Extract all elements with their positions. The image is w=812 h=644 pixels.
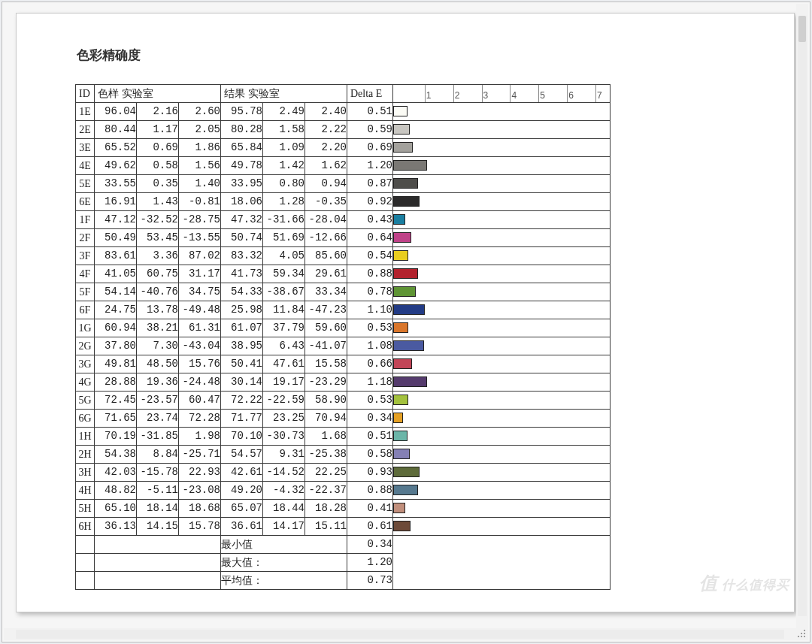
delta-e-bar: [393, 322, 408, 333]
cell-sample-1: 2.16: [137, 103, 179, 121]
cell-sample-2: 1.56: [179, 157, 221, 175]
delta-e-bar: [393, 178, 418, 189]
cell-result-0: 50.74: [221, 229, 263, 247]
cell-sample-1: 19.36: [137, 373, 179, 392]
cell-deltaE: 0.92: [347, 193, 393, 211]
resize-grip-icon: [796, 628, 805, 637]
table-row: 1H 70.19 -31.85 1.98 70.10 -30.73 1.680.…: [76, 428, 611, 446]
cell-sample-0: 24.75: [95, 301, 137, 319]
cell-sample-2: 2.05: [179, 121, 221, 139]
cell-sample-0: 42.03: [95, 464, 137, 482]
cell-sample-1: 23.74: [137, 410, 179, 428]
cell-sample-2: 18.68: [179, 500, 221, 518]
cell-result-0: 83.32: [221, 247, 263, 265]
bar-cell: [393, 446, 611, 464]
delta-e-bar: [393, 449, 410, 459]
empty-cell: [76, 554, 95, 572]
cell-id: 6E: [76, 193, 95, 211]
bar-cell: [393, 373, 611, 392]
table-row: 6G 71.65 23.74 72.28 71.77 23.25 70.940.…: [76, 410, 611, 428]
empty-cell: [76, 572, 95, 590]
cell-sample-2: 31.17: [179, 265, 221, 283]
cell-sample-0: 83.61: [95, 247, 137, 265]
cell-deltaE: 0.34: [347, 410, 393, 428]
table-row: 1F 47.12 -32.52 -28.75 47.32 -31.66 -28.…: [76, 211, 611, 229]
cell-deltaE: 0.88: [347, 265, 393, 283]
cell-sample-1: 7.30: [137, 337, 179, 355]
scrollbar-horizontal[interactable]: [4, 628, 796, 640]
hdr-chart-axis: 1234567: [393, 85, 611, 103]
chart-blank: [393, 536, 611, 590]
summary-row: 最小值0.34: [76, 536, 611, 554]
cell-result-1: 23.25: [263, 410, 305, 428]
delta-e-bar: [393, 196, 420, 207]
empty-cell: [95, 536, 221, 554]
summary-value: 1.20: [347, 554, 393, 572]
scroll-corner: [796, 628, 808, 640]
cell-deltaE: 1.10: [347, 301, 393, 319]
bar-cell: [393, 247, 611, 265]
cell-sample-0: 96.04: [95, 103, 137, 121]
bar-cell: [393, 410, 611, 428]
cell-deltaE: 0.51: [347, 428, 393, 446]
cell-result-0: 71.77: [221, 410, 263, 428]
summary-value: 0.73: [347, 572, 393, 590]
axis-tick: 3: [482, 85, 489, 102]
cell-sample-0: 16.91: [95, 193, 137, 211]
empty-cell: [95, 572, 221, 590]
cell-sample-2: 1.86: [179, 139, 221, 157]
cell-result-2: -0.35: [305, 193, 347, 211]
cell-result-1: 2.49: [263, 103, 305, 121]
delta-e-bar: [393, 521, 411, 531]
axis-tick: 7: [595, 85, 602, 102]
cell-result-2: 29.61: [305, 265, 347, 283]
cell-sample-1: 60.75: [137, 265, 179, 283]
cell-deltaE: 0.53: [347, 319, 393, 337]
bar-cell: [393, 157, 611, 175]
cell-result-0: 70.10: [221, 428, 263, 446]
cell-result-1: 0.80: [263, 175, 305, 193]
cell-result-1: 1.42: [263, 157, 305, 175]
bar-cell: [393, 175, 611, 193]
cell-result-0: 47.32: [221, 211, 263, 229]
cell-deltaE: 0.69: [347, 139, 393, 157]
cell-deltaE: 0.58: [347, 446, 393, 464]
cell-result-2: 59.60: [305, 319, 347, 337]
cell-result-1: 1.58: [263, 121, 305, 139]
table-row: 1E 96.04 2.16 2.60 95.78 2.49 2.400.51: [76, 103, 611, 121]
table-row: 6E 16.91 1.43 -0.81 18.06 1.28 -0.350.92: [76, 193, 611, 211]
cell-sample-0: 72.45: [95, 392, 137, 410]
bar-cell: [393, 337, 611, 355]
cell-result-0: 30.14: [221, 373, 263, 392]
cell-result-1: 6.43: [263, 337, 305, 355]
delta-e-bar: [393, 142, 413, 153]
cell-result-0: 38.95: [221, 337, 263, 355]
bar-cell: [393, 355, 611, 373]
cell-sample-0: 49.81: [95, 355, 137, 373]
axis-tick: 5: [538, 85, 545, 102]
scroll-thumb-v[interactable]: [798, 16, 806, 42]
cell-sample-2: 1.98: [179, 428, 221, 446]
cell-result-0: 65.07: [221, 500, 263, 518]
cell-result-1: 1.28: [263, 193, 305, 211]
delta-e-bar: [393, 431, 408, 441]
cell-id: 3F: [76, 247, 95, 265]
cell-result-2: -25.38: [305, 446, 347, 464]
delta-e-bar: [393, 106, 408, 116]
bar-cell: [393, 428, 611, 446]
cell-sample-1: 1.17: [137, 121, 179, 139]
bar-cell: [393, 464, 611, 482]
cell-result-0: 72.22: [221, 392, 263, 410]
cell-sample-0: 28.88: [95, 373, 137, 392]
cell-result-2: 2.22: [305, 121, 347, 139]
cell-sample-0: 33.55: [95, 175, 137, 193]
cell-result-2: 1.62: [305, 157, 347, 175]
cell-sample-2: 2.60: [179, 103, 221, 121]
axis-tick: 6: [567, 85, 574, 102]
cell-id: 4F: [76, 265, 95, 283]
axis-tick: 1: [425, 85, 432, 102]
scrollbar-vertical[interactable]: [796, 4, 808, 628]
cell-sample-0: 54.38: [95, 446, 137, 464]
cell-id: 1E: [76, 103, 95, 121]
cell-result-1: 14.17: [263, 518, 305, 536]
